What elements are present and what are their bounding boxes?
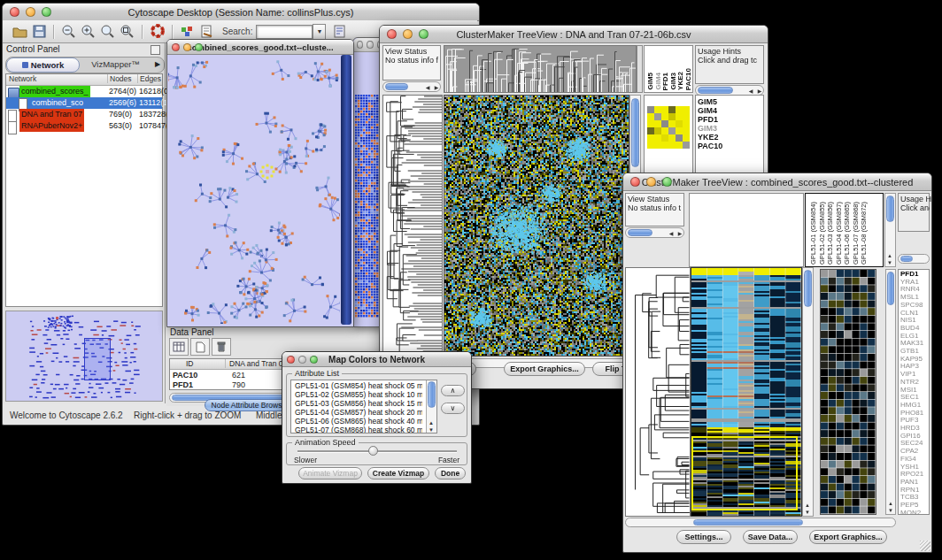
scroll-left-arrow[interactable]: ◀	[423, 85, 432, 90]
minimize-button[interactable]	[646, 177, 656, 187]
hscroll-thumb[interactable]	[900, 256, 913, 262]
vscroll-thumb[interactable]	[631, 98, 639, 167]
save-icon[interactable]	[29, 23, 49, 41]
tv1-gene-label[interactable]: GIM4	[698, 106, 717, 115]
matrix-cell[interactable]	[676, 113, 683, 120]
scroll-up-arrow[interactable]: ▲	[886, 501, 895, 506]
close-button[interactable]	[287, 356, 295, 364]
matrix-cell[interactable]	[654, 113, 661, 120]
matrix-cell[interactable]	[654, 120, 661, 127]
speed-slider-thumb[interactable]	[368, 446, 378, 456]
matrix-cell[interactable]	[676, 134, 683, 142]
matrix-cell[interactable]	[668, 134, 676, 142]
matrix-cell[interactable]	[668, 120, 676, 127]
col-network[interactable]: Network	[9, 74, 36, 83]
tv1-gene-label[interactable]: GIM5	[698, 97, 717, 106]
tab-network[interactable]: Network	[6, 58, 80, 73]
help-lifesaver-icon[interactable]	[148, 23, 167, 41]
vscroll-thumb[interactable]	[428, 381, 436, 408]
matrix-cell[interactable]	[676, 127, 683, 134]
tab-overflow-arrow[interactable]: ▶	[151, 58, 164, 73]
tv1-gene-label[interactable]: GIM3	[698, 124, 717, 133]
network-graph-canvas[interactable]	[168, 55, 340, 324]
tab-vizmapper[interactable]: VizMapper™	[80, 58, 151, 73]
matrix-cell[interactable]	[654, 134, 661, 142]
new-attribute-icon[interactable]	[190, 338, 210, 356]
zoom-selected-icon[interactable]	[118, 23, 137, 41]
data-col-id[interactable]: ID	[186, 359, 194, 368]
attribute-list-vscrollbar[interactable]: ▲ ▼	[426, 380, 436, 433]
matrix-cell[interactable]	[647, 113, 654, 120]
data-row[interactable]: PFD1	[173, 380, 193, 389]
report-icon[interactable]	[330, 23, 350, 41]
network-view-title-bar[interactable]: combined_scores_good.txt--cluste...	[167, 40, 353, 55]
attribute-list-item[interactable]: GPL51-01 (GSM854) heat shock 05 min	[295, 381, 422, 390]
float-panel-icon[interactable]	[151, 45, 160, 55]
matrix-cell[interactable]	[683, 134, 690, 142]
network-list-row[interactable]: combined_sco2569(6)13112(15)	[6, 97, 162, 109]
minimize-button[interactable]	[298, 356, 306, 364]
zoom-button[interactable]	[662, 177, 672, 187]
save-data-button[interactable]: Save Data...	[743, 530, 798, 544]
matrix-cell[interactable]	[661, 142, 668, 149]
tv2-main-vscrollbar[interactable]: ▲ ▼	[802, 267, 814, 517]
matrix-cell[interactable]	[654, 142, 661, 149]
zoom-button[interactable]	[42, 7, 51, 17]
scroll-down-arrow[interactable]: ▼	[427, 427, 436, 433]
network-list-row[interactable]: combined_scores_2764(0)16218(0)	[6, 86, 162, 97]
close-button[interactable]	[357, 41, 363, 49]
vscroll-thumb[interactable]	[886, 196, 894, 222]
scroll-up-arrow[interactable]: ▲	[427, 420, 436, 426]
minimize-button[interactable]	[403, 29, 413, 39]
matrix-cell[interactable]	[647, 106, 654, 113]
data-cell[interactable]: 790	[232, 380, 245, 389]
matrix-cell[interactable]	[676, 106, 683, 113]
tv2-labels-vscrollbar[interactable]: ▲ ▼	[884, 193, 896, 267]
create-vizmap-button[interactable]: Create Vizmap	[367, 467, 429, 479]
tv2-secondary-heatmap[interactable]	[820, 269, 876, 515]
matrix-cell[interactable]	[661, 127, 668, 134]
hscroll-thumb[interactable]	[628, 229, 652, 236]
matrix-cell[interactable]	[647, 134, 654, 142]
zoom-button[interactable]	[419, 29, 429, 39]
attribute-list-item[interactable]: GPL51-06 (GSM865) heat shock 40 min	[295, 417, 422, 426]
tv1-gene-label[interactable]: PFD1	[698, 115, 718, 124]
minimize-button[interactable]	[183, 43, 191, 51]
tv2-left-dendrogram[interactable]	[625, 267, 691, 517]
treeview1-title-bar[interactable]: ClusterMaker TreeView : DNA and Tran 07-…	[380, 26, 768, 43]
attribute-list-item[interactable]: GPL51-03 (GSM856) heat shock 15 min	[295, 399, 422, 408]
tv2-sec-vscrollbar[interactable]: ▲ ▼	[885, 269, 896, 515]
resize-grip[interactable]	[920, 541, 930, 551]
dense-network-canvas[interactable]	[355, 95, 382, 318]
attribute-list-item[interactable]: GPL51-07 (GSM868) heat shock 60 min	[295, 426, 422, 433]
matrix-cell[interactable]	[654, 127, 661, 134]
tv1-left-dendrogram[interactable]	[382, 95, 443, 357]
tv2-vs-hscrollbar[interactable]: ◀ ▶	[625, 227, 684, 238]
main-title-bar[interactable]: Cytoscape Desktop (Session Name: collins…	[3, 4, 479, 21]
matrix-cell[interactable]	[661, 113, 668, 120]
close-button[interactable]	[387, 29, 397, 39]
data-cell[interactable]: 621	[232, 371, 245, 380]
matrix-cell[interactable]	[683, 120, 690, 127]
scroll-left-arrow[interactable]: ◀	[746, 88, 755, 94]
hscroll-thumb[interactable]	[385, 83, 408, 90]
matrix-cell[interactable]	[676, 120, 683, 127]
vscroll-thumb[interactable]	[887, 272, 894, 305]
move-up-button[interactable]: ∧	[441, 385, 465, 396]
search-input[interactable]	[256, 25, 313, 39]
delete-attribute-icon[interactable]	[212, 338, 231, 356]
col-edges[interactable]: Edges	[137, 74, 161, 83]
scroll-up-arrow[interactable]: ▲	[885, 253, 894, 258]
treeview2-title-bar[interactable]: ClusterMaker TreeView : combined_scores_…	[623, 173, 931, 191]
matrix-cell[interactable]	[668, 127, 676, 134]
similarity-matrix[interactable]	[647, 106, 690, 149]
scroll-down-arrow[interactable]: ▼	[885, 260, 894, 265]
close-button[interactable]	[630, 177, 640, 187]
animate-vizmap-button[interactable]: Animate Vizmap	[298, 467, 362, 479]
network-list-row[interactable]: DNA and Tran 07769(0)183728(0)	[6, 109, 162, 120]
vizmapper-icon[interactable]	[178, 23, 197, 41]
zoom-in-icon[interactable]	[79, 23, 98, 41]
matrix-cell[interactable]	[647, 120, 654, 127]
matrix-cell[interactable]	[661, 120, 668, 127]
tv2-top-dendrogram[interactable]	[689, 193, 804, 267]
